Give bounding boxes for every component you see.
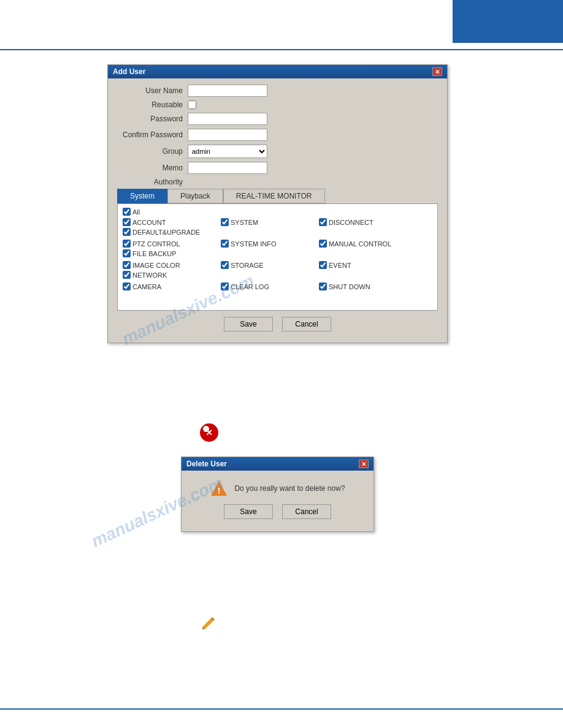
perm-file-backup: FILE BACKUP: [123, 249, 221, 257]
network-label: NETWORK: [132, 271, 167, 279]
perm-image-color: IMAGE COLOR: [123, 261, 221, 269]
default-upgrade-label: DEFAULT&UPGRADE: [132, 229, 200, 236]
password-input[interactable]: [188, 113, 267, 125]
svg-marker-5: [202, 618, 213, 629]
perm-row-2: PTZ CONTROL SYSTEM INFO MANUAL CONTROL F…: [123, 240, 432, 259]
username-input[interactable]: [188, 85, 267, 97]
memo-row: Memo: [117, 162, 438, 174]
storage-checkbox[interactable]: [221, 261, 229, 269]
perm-event: EVENT: [319, 261, 417, 269]
event-checkbox[interactable]: [319, 261, 327, 269]
perm-row-1: ACCOUNT SYSTEM DISCONNECT DEFAULT&UPGRAD…: [123, 218, 432, 238]
permissions-box: All ACCOUNT SYSTEM DISCONNECT: [117, 203, 438, 311]
perm-system-info: SYSTEM INFO: [221, 240, 319, 248]
password-label: Password: [117, 115, 188, 123]
pencil-icon-area: [201, 616, 216, 632]
system-checkbox[interactable]: [221, 218, 229, 226]
authority-tabs: System Playback REAL-TIME MONITOR: [117, 189, 438, 203]
confirm-password-input[interactable]: [188, 129, 267, 141]
system-label: SYSTEM: [231, 219, 258, 226]
event-label: EVENT: [329, 262, 351, 269]
tab-realtime-monitor[interactable]: REAL-TIME MONITOR: [223, 189, 325, 203]
dialog-title: Add User: [113, 67, 145, 76]
authority-label: Authority: [117, 178, 188, 186]
dialog-buttons: Save Cancel: [117, 311, 438, 336]
pencil-icon: [201, 616, 216, 631]
header-blue-block: [453, 0, 563, 43]
delete-save-button[interactable]: Save: [224, 504, 273, 519]
reusable-row: Reusable: [117, 100, 438, 109]
storage-label: STORAGE: [231, 262, 264, 269]
all-label: All: [132, 208, 140, 216]
memo-input[interactable]: [188, 162, 267, 174]
all-checkbox[interactable]: [123, 208, 131, 216]
perm-default-upgrade: DEFAULT&UPGRADE: [123, 228, 245, 236]
manual-control-checkbox[interactable]: [319, 240, 327, 248]
delete-dialog-buttons: Save Cancel: [224, 504, 331, 522]
delete-user-dialog: Delete User ✕ ! Do you really want to de…: [181, 457, 374, 532]
reusable-checkbox[interactable]: [188, 100, 196, 109]
save-button[interactable]: Save: [224, 317, 273, 332]
delete-dialog-body: ! Do you really want to delete now? Save…: [182, 471, 373, 531]
perm-ptz-control: PTZ CONTROL: [123, 240, 221, 248]
default-upgrade-checkbox[interactable]: [123, 228, 131, 236]
memo-label: Memo: [117, 164, 188, 172]
clear-log-label: CLEAR LOG: [231, 283, 269, 290]
tab-system[interactable]: System: [117, 189, 167, 203]
add-user-dialog: Add User ✕ User Name Reusable Password C…: [107, 64, 448, 343]
group-select[interactable]: admin: [188, 145, 267, 158]
authority-section: Authority System Playback REAL-TIME MONI…: [117, 178, 438, 311]
perm-storage: STORAGE: [221, 261, 319, 269]
network-checkbox[interactable]: [123, 271, 131, 279]
username-label: User Name: [117, 86, 188, 95]
delete-message: Do you really want to delete now?: [234, 484, 345, 493]
disconnect-label: DISCONNECT: [329, 219, 373, 226]
delete-cancel-button[interactable]: Cancel: [282, 504, 331, 519]
image-color-checkbox[interactable]: [123, 261, 131, 269]
perm-shut-down: SHUT DOWN: [319, 282, 417, 290]
delete-icon-area: ✕: [199, 423, 219, 444]
reusable-label: Reusable: [117, 100, 188, 109]
confirm-password-label: Confirm Password: [117, 131, 188, 139]
perm-system: SYSTEM: [221, 218, 319, 226]
delete-circle-icon: ✕: [199, 423, 219, 442]
footer-divider: [0, 708, 563, 710]
shut-down-label: SHUT DOWN: [329, 283, 370, 290]
system-info-label: SYSTEM INFO: [231, 240, 277, 248]
shut-down-checkbox[interactable]: [319, 282, 327, 290]
disconnect-checkbox[interactable]: [319, 218, 327, 226]
cancel-button[interactable]: Cancel: [282, 317, 331, 332]
warning-row: ! Do you really want to delete now?: [210, 480, 345, 497]
perm-row-3: IMAGE COLOR STORAGE EVENT NETWORK: [123, 261, 432, 281]
dialog-titlebar: Add User ✕: [108, 65, 447, 78]
account-checkbox[interactable]: [123, 218, 131, 226]
file-backup-checkbox[interactable]: [123, 249, 131, 257]
system-info-checkbox[interactable]: [221, 240, 229, 248]
perm-clear-log: CLEAR LOG: [221, 282, 319, 290]
password-row: Password: [117, 113, 438, 125]
tab-playback[interactable]: Playback: [167, 189, 223, 203]
username-row: User Name: [117, 85, 438, 97]
camera-checkbox[interactable]: [123, 282, 131, 290]
perm-account: ACCOUNT: [123, 218, 221, 226]
warning-icon: !: [210, 480, 228, 497]
manual-control-label: MANUAL CONTROL: [329, 240, 391, 248]
authority-label-row: Authority: [117, 178, 438, 186]
perm-camera: CAMERA: [123, 282, 221, 290]
ptz-control-checkbox[interactable]: [123, 240, 131, 248]
image-color-label: IMAGE COLOR: [132, 262, 180, 269]
dialog-body: User Name Reusable Password Confirm Pass…: [108, 78, 447, 343]
confirm-password-row: Confirm Password: [117, 129, 438, 141]
group-row: Group admin: [117, 145, 438, 158]
ptz-control-label: PTZ CONTROL: [132, 240, 180, 248]
delete-dialog-close-button[interactable]: ✕: [359, 460, 369, 468]
svg-text:✕: ✕: [205, 428, 213, 438]
perm-disconnect: DISCONNECT: [319, 218, 417, 226]
group-label: Group: [117, 147, 188, 156]
delete-dialog-title: Delete User: [186, 460, 227, 468]
dialog-close-button[interactable]: ✕: [432, 67, 442, 76]
delete-dialog-titlebar: Delete User ✕: [182, 457, 373, 471]
perm-network: NETWORK: [123, 271, 221, 279]
perm-row-4: CAMERA CLEAR LOG SHUT DOWN: [123, 282, 432, 292]
clear-log-checkbox[interactable]: [221, 282, 229, 290]
